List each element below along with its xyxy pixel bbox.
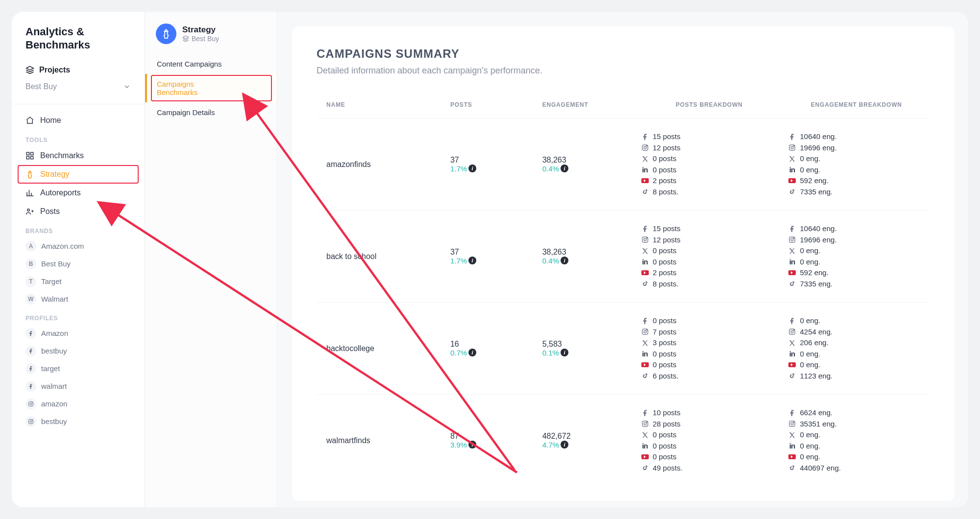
info-icon[interactable]: i	[468, 257, 476, 264]
col-name[interactable]: NAME	[317, 95, 445, 118]
posts-pct: 3.9%i	[450, 441, 476, 449]
table-row[interactable]: amazonfinds 37 1.7%i 38,263 0.4%i 15 pos…	[317, 118, 930, 211]
posts-pct: 1.7%i	[450, 257, 476, 265]
nav-posts[interactable]: Posts	[12, 202, 145, 221]
engagement-breakdown: 0 eng.4254 eng.206 eng.in0 eng.0 eng.112…	[787, 315, 925, 381]
info-icon[interactable]: i	[561, 349, 568, 356]
breakdown-text: 4254 eng.	[800, 327, 833, 338]
brand-row[interactable]: AAmazon.com	[12, 237, 145, 255]
linkedin-icon: in	[787, 441, 796, 452]
posts-breakdown: 0 posts7 posts3 postsin0 posts0 posts6 p…	[640, 315, 778, 381]
svg-point-23	[646, 238, 647, 238]
engagement-breakdown: 6624 eng.35351 eng.0 eng.in0 eng.0 eng.4…	[787, 407, 925, 473]
col-engagement[interactable]: ENGAGEMENT	[538, 95, 636, 118]
posts-breakdown: 15 posts12 posts0 postsin0 posts2 posts8…	[640, 131, 778, 197]
breakdown-text: 7335 eng.	[800, 187, 833, 198]
primary-sidebar: Analytics & Benchmarks Projects Best Buy…	[12, 12, 145, 507]
linkedin-icon: in	[640, 441, 649, 452]
linkedin-icon: in	[787, 349, 796, 360]
stack-icon	[25, 66, 34, 74]
info-icon[interactable]: i	[468, 165, 476, 172]
breakdown-text: 0 eng.	[800, 257, 820, 268]
svg-rect-2	[31, 152, 33, 155]
col-posts-breakdown[interactable]: POSTS BREAKDOWN	[636, 95, 783, 118]
engagement-pct: 0.4%i	[542, 257, 568, 265]
subsidebar-header: Strategy Best Buy	[145, 22, 277, 54]
nav-autoreports-label: Autoreports	[40, 189, 81, 197]
brand-row[interactable]: WWalmart	[12, 290, 145, 308]
svg-point-31	[791, 330, 793, 333]
info-icon[interactable]: i	[561, 257, 568, 264]
posts-pct: 0.7%i	[450, 349, 476, 357]
campaign-name: walmartfinds	[326, 436, 370, 445]
section-tools-label: TOOLS	[12, 130, 145, 146]
svg-point-6	[27, 209, 30, 211]
profile-row[interactable]: target	[12, 360, 145, 377]
x-icon	[640, 155, 649, 163]
nav-autoreports[interactable]: Autoreports	[12, 184, 145, 202]
nav-benchmarks-label: Benchmarks	[40, 151, 84, 160]
breakdown-text: 0 posts	[653, 315, 676, 327]
breakdown-text: 0 eng.	[800, 429, 820, 441]
brand-row[interactable]: BBest Buy	[12, 255, 145, 273]
breakdown-text: 0 posts	[653, 359, 676, 371]
breakdown-text: 10640 eng.	[800, 223, 836, 235]
info-icon[interactable]: i	[468, 349, 476, 356]
profile-row[interactable]: amazon	[12, 395, 145, 413]
breakdown-text: 15 posts	[653, 131, 681, 142]
project-selector[interactable]: Best Buy	[12, 78, 145, 97]
info-icon[interactable]: i	[561, 165, 568, 172]
nav-benchmarks[interactable]: Benchmarks	[12, 146, 145, 165]
subnav-item[interactable]: CampaignsBenchmarks	[145, 74, 277, 102]
nav-strategy[interactable]: Strategy	[18, 165, 139, 184]
svg-point-11	[30, 421, 32, 423]
app-frame: Analytics & Benchmarks Projects Best Buy…	[12, 12, 968, 507]
breakdown-text: 35351 eng.	[800, 419, 836, 430]
svg-marker-0	[26, 66, 34, 70]
subnav-item[interactable]: Campaign Details	[145, 102, 277, 122]
breakdown-text: 12 posts	[653, 235, 681, 246]
brand-name: Amazon.com	[41, 242, 84, 250]
posts-breakdown: 15 posts12 posts0 postsin0 posts2 posts8…	[640, 223, 778, 289]
breakdown-text: 0 posts	[653, 245, 676, 257]
subnav-item[interactable]: Content Campaigns	[145, 54, 277, 74]
tiktok-icon	[787, 280, 796, 287]
subsidebar-subtitle: Best Buy	[182, 35, 219, 43]
divider	[12, 104, 145, 104]
nav-home[interactable]: Home	[12, 111, 145, 130]
breakdown-text: 0 posts	[653, 257, 676, 268]
posts-value: 37	[450, 156, 533, 165]
svg-point-16	[644, 146, 646, 149]
campaigns-table: NAME POSTS ENGAGEMENT POSTS BREAKDOWN EN…	[317, 95, 930, 486]
brand-row[interactable]: TTarget	[12, 273, 145, 290]
table-row[interactable]: back to school 37 1.7%i 38,263 0.4%i 15 …	[317, 211, 930, 303]
instagram-icon	[640, 420, 649, 427]
col-posts[interactable]: POSTS	[445, 95, 538, 118]
profile-row[interactable]: walmart	[12, 377, 145, 395]
info-icon[interactable]: i	[468, 441, 476, 448]
breakdown-text: 8 posts.	[653, 187, 679, 198]
engagement-pct: 0.4%i	[542, 165, 568, 173]
col-engagement-breakdown[interactable]: ENGAGEMENT BREAKDOWN	[783, 95, 930, 118]
svg-point-9	[32, 402, 32, 402]
instagram-icon	[787, 236, 796, 243]
svg-rect-3	[31, 156, 33, 159]
svg-point-12	[32, 420, 32, 420]
profile-row[interactable]: bestbuy	[12, 342, 145, 360]
youtube-icon	[640, 362, 649, 367]
profile-row[interactable]: bestbuy	[12, 413, 145, 430]
linkedin-icon: in	[640, 165, 649, 176]
table-row[interactable]: walmartfinds 87 3.9%i 482,672 4.7%i 10 p…	[317, 395, 930, 487]
table-row[interactable]: backtocollege 16 0.7%i 5,583 0.1%i 0 pos…	[317, 303, 930, 395]
info-icon[interactable]: i	[561, 441, 568, 448]
brand-name: Target	[41, 277, 62, 285]
svg-marker-14	[183, 36, 189, 39]
secondary-sidebar: Strategy Best Buy Content CampaignsCampa…	[145, 12, 277, 507]
grid-icon	[25, 151, 34, 160]
subnav-label: CampaignsBenchmarks	[157, 80, 197, 96]
profile-name: Amazon	[41, 329, 68, 337]
facebook-icon	[787, 317, 796, 325]
breakdown-text: 0 posts	[653, 429, 676, 441]
profile-row[interactable]: Amazon	[12, 325, 145, 342]
nav-home-label: Home	[40, 116, 61, 125]
